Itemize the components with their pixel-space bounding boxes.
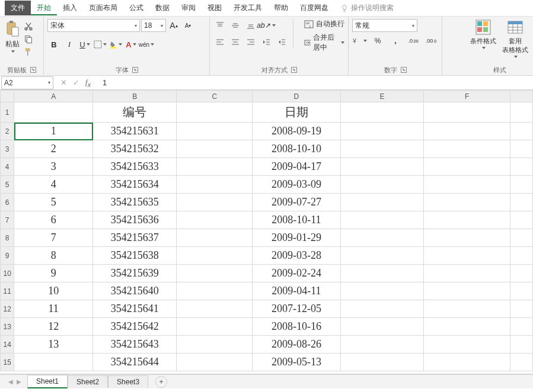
cell-D7[interactable]: 2008-10-11 — [253, 211, 340, 229]
cut-icon[interactable] — [24, 21, 33, 31]
cell-D4[interactable]: 2009-04-17 — [253, 158, 340, 176]
cell-B11[interactable]: 354215640 — [93, 282, 177, 300]
cell-C9[interactable] — [177, 247, 253, 265]
tell-me[interactable]: 操作说明搜索 — [340, 3, 394, 13]
cell-C15[interactable] — [177, 354, 253, 371]
cell-E2[interactable] — [340, 123, 424, 140]
cell-B12[interactable]: 354215641 — [93, 300, 177, 318]
align-launcher[interactable]: ⬊ — [291, 67, 297, 73]
decrease-decimal-button[interactable]: .00.0 — [423, 34, 439, 47]
row-header-4[interactable]: 4 — [1, 158, 14, 176]
column-header-C[interactable]: C — [177, 91, 253, 102]
indent-increase-icon[interactable] — [275, 36, 288, 49]
align-left-icon[interactable] — [213, 36, 226, 49]
cell-F1[interactable] — [424, 102, 510, 123]
cell-B13[interactable]: 354215642 — [93, 318, 177, 336]
column-header-B[interactable]: B — [93, 91, 177, 102]
menu-formulas[interactable]: 公式 — [123, 1, 149, 15]
column-header-D[interactable]: D — [253, 91, 340, 102]
cell-A11[interactable]: 10 — [14, 282, 93, 300]
menu-view[interactable]: 视图 — [202, 1, 228, 15]
menu-file[interactable]: 文件 — [5, 1, 31, 15]
number-format-select[interactable]: 常规▾ — [352, 19, 417, 32]
indent-decrease-icon[interactable] — [260, 36, 273, 49]
column-header-F[interactable]: F — [424, 91, 510, 102]
sheet-tab-3[interactable]: Sheet3 — [108, 375, 148, 388]
cell-C8[interactable] — [177, 229, 253, 247]
cell-A10[interactable]: 9 — [14, 265, 93, 282]
decrease-font-icon[interactable]: A▾ — [181, 19, 194, 32]
cell-E1[interactable] — [340, 102, 424, 123]
sheet-tab-2[interactable]: Sheet2 — [68, 375, 108, 388]
font-size-select[interactable]: 18▾ — [141, 19, 166, 32]
cell-E7[interactable] — [340, 211, 424, 229]
cell-E9[interactable] — [340, 247, 424, 265]
cell-A7[interactable]: 6 — [14, 211, 93, 229]
row-header-14[interactable]: 14 — [1, 336, 14, 354]
cell-A1[interactable] — [14, 102, 93, 123]
align-center-icon[interactable] — [229, 36, 242, 49]
cell-F6[interactable] — [424, 194, 510, 211]
cell-B4[interactable]: 354215633 — [93, 158, 177, 176]
cell-B6[interactable]: 354215635 — [93, 194, 177, 211]
cell-B15[interactable]: 354215644 — [93, 354, 177, 371]
cell-A3[interactable]: 2 — [14, 140, 93, 158]
cell-E5[interactable] — [340, 176, 424, 194]
name-box[interactable]: A2▾ — [1, 76, 53, 89]
cell-C10[interactable] — [177, 265, 253, 282]
cell-B3[interactable]: 354215632 — [93, 140, 177, 158]
cell-C1[interactable] — [177, 102, 253, 123]
cell-E8[interactable] — [340, 229, 424, 247]
menu-insert[interactable]: 插入 — [57, 1, 83, 15]
cell-F15[interactable] — [424, 354, 510, 371]
format-painter-icon[interactable] — [24, 47, 33, 57]
cell-F7[interactable] — [424, 211, 510, 229]
align-right-icon[interactable] — [244, 36, 257, 49]
select-all-corner[interactable] — [1, 91, 14, 102]
percent-format-button[interactable]: % — [370, 34, 385, 47]
menu-layout[interactable]: 页面布局 — [83, 1, 123, 15]
cell-A14[interactable]: 13 — [14, 336, 93, 354]
cell-D3[interactable]: 2008-10-10 — [253, 140, 340, 158]
fx-icon[interactable]: fx — [85, 78, 91, 88]
cell-A5[interactable]: 4 — [14, 176, 93, 194]
sheet-tab-1[interactable]: Sheet1 — [27, 375, 68, 388]
number-launcher[interactable]: ⬊ — [401, 67, 407, 73]
row-header-13[interactable]: 13 — [1, 318, 14, 336]
tab-nav-prev-icon[interactable]: ◀ — [8, 378, 13, 385]
enter-icon[interactable]: ✓ — [73, 78, 79, 87]
add-sheet-button[interactable]: ＋ — [155, 376, 167, 388]
cell-D14[interactable]: 2009-08-26 — [253, 336, 340, 354]
cell-E10[interactable] — [340, 265, 424, 282]
cell-C5[interactable] — [177, 176, 253, 194]
orientation-button[interactable]: ab↗ — [260, 19, 273, 32]
cell-A9[interactable]: 8 — [14, 247, 93, 265]
cell-D9[interactable]: 2009-03-28 — [253, 247, 340, 265]
cell-A8[interactable]: 7 — [14, 229, 93, 247]
cell-D15[interactable]: 2009-05-13 — [253, 354, 340, 371]
menu-dev[interactable]: 开发工具 — [228, 1, 268, 15]
cell-C6[interactable] — [177, 194, 253, 211]
cell-B8[interactable]: 354215637 — [93, 229, 177, 247]
cell-F11[interactable] — [424, 282, 510, 300]
conditional-format-button[interactable]: 条件格式 — [470, 19, 496, 49]
row-header-8[interactable]: 8 — [1, 229, 14, 247]
cell-E4[interactable] — [340, 158, 424, 176]
cell-F4[interactable] — [424, 158, 510, 176]
cell-B1[interactable]: 编号 — [93, 102, 177, 123]
cell-E11[interactable] — [340, 282, 424, 300]
merge-center-button[interactable]: 合并后居中 — [304, 33, 344, 53]
column-header-A[interactable]: A — [14, 91, 93, 102]
menu-home[interactable]: 开始 — [31, 1, 57, 15]
row-header-9[interactable]: 9 — [1, 247, 14, 265]
cell-B2[interactable]: 354215631 — [93, 123, 177, 140]
row-header-5[interactable]: 5 — [1, 176, 14, 194]
row-header-6[interactable]: 6 — [1, 194, 14, 211]
cell-D12[interactable]: 2007-12-05 — [253, 300, 340, 318]
cancel-icon[interactable]: ✕ — [60, 78, 67, 87]
cell-F14[interactable] — [424, 336, 510, 354]
row-header-12[interactable]: 12 — [1, 300, 14, 318]
cell-C14[interactable] — [177, 336, 253, 354]
formula-input[interactable]: 1 — [98, 78, 533, 87]
cell-E6[interactable] — [340, 194, 424, 211]
